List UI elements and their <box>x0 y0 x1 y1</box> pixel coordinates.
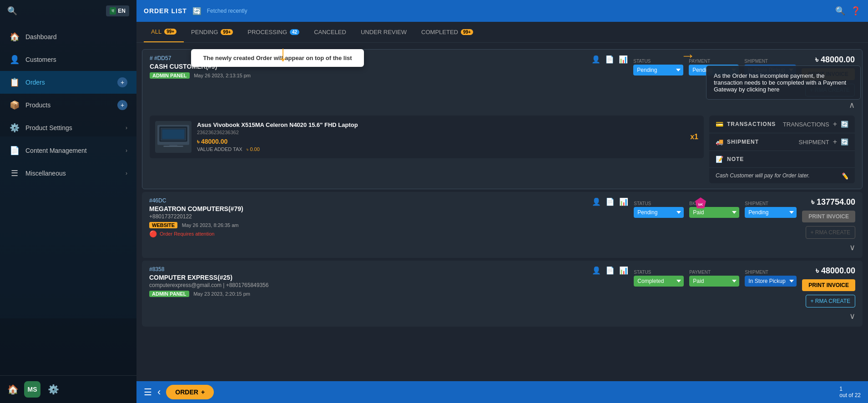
print-invoice-button[interactable]: PRINT INVOICE <box>802 279 855 291</box>
shipment-link[interactable]: SHIPMENT <box>798 139 829 146</box>
status-group-shipment: Shipment In Store PickupPending <box>745 270 797 287</box>
sidebar-search-bar: 🔍 বা EN <box>0 0 136 22</box>
note-label: NOTE <box>727 156 744 162</box>
settings-icon[interactable]: ⚙️ <box>48 384 59 395</box>
chart-icon[interactable]: 📊 <box>619 197 628 206</box>
order-phone: computerexpress@gmail.com | +88017658493… <box>149 282 586 288</box>
transactions-section: 💳 TRANSACTIONS TRANSACTIONS + 🔄 <box>709 116 855 133</box>
orders-add-button[interactable]: + <box>117 77 127 87</box>
lang-en: EN <box>118 8 126 14</box>
order-header-2: #46DC MEGATRON COMPUTERS(#79) +880173722… <box>149 197 855 252</box>
note-edit-icon[interactable]: ✏️ <box>841 172 848 180</box>
fetched-status: Fetched recently <box>207 8 247 14</box>
rma-create-button[interactable]: + RMA CREATE <box>806 226 855 239</box>
tab-label: ALL <box>151 28 161 35</box>
customer-icon[interactable]: 👤 <box>592 266 601 275</box>
tab-pending[interactable]: PENDING 99+ <box>184 22 240 42</box>
chevron-right-icon: › <box>126 147 127 154</box>
note-header[interactable]: 📝 NOTE <box>716 156 848 163</box>
refresh-icon[interactable]: 🔄 <box>192 7 202 15</box>
note-icon: 📝 <box>716 156 723 163</box>
sidebar-item-product-settings[interactable]: ⚙️ Product Settings › <box>0 116 136 139</box>
new-order-button[interactable]: ORDER + <box>166 385 214 399</box>
payment-select[interactable]: PaidPending <box>689 276 739 287</box>
header: ORDER LIST 🔄 Fetched recently 🔍 ❓ <box>136 0 868 22</box>
order-phone: +8801737220122 <box>149 213 586 220</box>
status-select[interactable]: PendingCompleted <box>634 207 684 218</box>
tab-badge: 99+ <box>164 29 177 35</box>
document-icon[interactable]: 📄 <box>605 55 614 64</box>
status-group-status: Status PendingCompleted <box>634 201 684 218</box>
tab-under-review[interactable]: UNDER REVIEW <box>353 22 414 42</box>
sidebar-item-label: Dashboard <box>25 33 57 40</box>
chart-icon[interactable]: 📊 <box>619 55 628 64</box>
shipment-add-icon[interactable]: + <box>833 138 837 146</box>
shipment-select[interactable]: In Store PickupPending <box>745 276 797 287</box>
home-icon[interactable]: 🏠 <box>7 384 19 395</box>
header-help-icon[interactable]: ❓ <box>851 6 861 16</box>
sidebar-item-products[interactable]: 📦 Products + <box>0 94 136 116</box>
products-add-button[interactable]: + <box>117 100 127 110</box>
sidebar-item-dashboard[interactable]: 🏠 Dashboard <box>0 25 136 48</box>
alert-icon: 🔴 <box>149 230 157 237</box>
sidebar-item-content-management[interactable]: 📄 Content Management › <box>0 139 136 162</box>
document-icon[interactable]: 📄 <box>606 266 615 275</box>
tab-canceled[interactable]: CANCELED <box>307 22 353 42</box>
sidebar-item-label: Orders <box>25 79 45 86</box>
tab-processing[interactable]: PROCESSING 42 <box>240 22 307 42</box>
menu-icon[interactable]: ☰ <box>144 387 152 398</box>
tab-completed[interactable]: COMPLETED 99+ <box>414 22 480 42</box>
lang-bn: বা <box>110 7 116 15</box>
avatar[interactable]: MS <box>24 381 40 398</box>
shipment-header[interactable]: 🚚 SHIPMENT SHIPMENT + 🔄 <box>716 138 848 146</box>
product-name: Asus Vivobook X515MA Celeron N4020 15.6"… <box>197 121 675 128</box>
order-tabs: ALL 99+ PENDING 99+ PROCESSING 42 CANCEL… <box>136 22 868 43</box>
sidebar-item-customers[interactable]: 👤 Customers <box>0 48 136 71</box>
print-invoice-button[interactable]: PRINT INVOICE <box>802 211 855 222</box>
customer-icon[interactable]: 👤 <box>592 197 601 206</box>
collapse-button[interactable]: ∧ <box>849 100 855 110</box>
header-search-icon[interactable]: 🔍 <box>835 6 845 16</box>
transactions-header[interactable]: 💳 TRANSACTIONS TRANSACTIONS + 🔄 <box>716 120 848 128</box>
product-vat: VALUE ADDED TAX ৳ 0.00 <box>197 146 675 152</box>
shipment-refresh-icon[interactable]: 🔄 <box>841 138 848 146</box>
transactions-refresh-icon[interactable]: 🔄 <box>841 121 848 128</box>
search-icon[interactable]: 🔍 <box>7 6 17 16</box>
note-section: 📝 NOTE <box>709 151 855 168</box>
status-select[interactable]: PendingCompletedCanceled <box>633 65 683 76</box>
back-icon[interactable]: ‹ <box>157 386 161 398</box>
order-amount: ৳ 48000.00 <box>815 55 855 65</box>
order-button-label: ORDER <box>175 388 198 396</box>
language-switcher[interactable]: বা EN <box>106 5 129 16</box>
sidebar-item-orders[interactable]: 📋 Orders + <box>0 71 136 94</box>
sidebar-item-miscellaneous[interactable]: ☰ Miscellaneous › <box>0 162 136 185</box>
order-date: May 26 2023, 8:26:35 am <box>182 222 239 228</box>
order-actions-1: 👤 📄 📊 <box>591 55 628 64</box>
chart-icon[interactable]: 📊 <box>619 266 628 275</box>
document-icon[interactable]: 📄 <box>606 197 615 206</box>
alert-text: Order Requires attention <box>160 231 214 237</box>
order-header-3: #8358 COMPUTER EXPRESS(#25) computerexpr… <box>149 266 855 321</box>
product-price: ৳ 48000.00 <box>197 138 675 146</box>
expand-button[interactable]: ∨ <box>849 242 855 252</box>
customer-icon[interactable]: 👤 <box>591 55 601 64</box>
tab-all[interactable]: ALL 99+ <box>144 22 184 42</box>
chevron-right-icon: › <box>126 170 127 176</box>
order-card-3: #8358 COMPUTER EXPRESS(#25) computerexpr… <box>142 261 863 327</box>
status-select[interactable]: CompletedPending <box>634 276 684 287</box>
main-content: ORDER LIST 🔄 Fetched recently 🔍 ❓ ALL 99… <box>136 0 868 403</box>
transactions-link[interactable]: TRANSACTIONS <box>783 121 829 128</box>
expand-button[interactable]: ∨ <box>849 311 855 321</box>
bkash-icon: bK <box>693 196 708 211</box>
rma-create-button[interactable]: + RMA CREATE <box>806 295 855 307</box>
tab-badge: 99+ <box>461 29 473 35</box>
transactions-add-icon[interactable]: + <box>833 120 837 128</box>
shipment-label: Shipment <box>745 201 797 206</box>
order-right-3: ৳ 48000.00 PRINT INVOICE + RMA CREATE ∨ <box>802 266 855 321</box>
callout-box: As the Order has incomplete payment, the… <box>706 65 861 100</box>
status-group-status: Status CompletedPending <box>634 270 684 287</box>
tooltip-box: The newly created Order will appear on t… <box>191 49 364 67</box>
tab-badge: 99+ <box>221 29 233 35</box>
shipment-select[interactable]: PendingIn Store Pickup <box>745 207 797 218</box>
tab-label: UNDER REVIEW <box>361 29 407 35</box>
